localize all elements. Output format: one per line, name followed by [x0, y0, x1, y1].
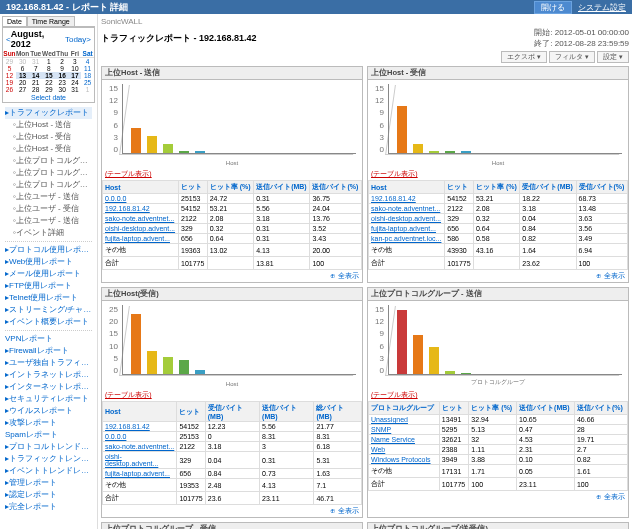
tree-item[interactable]: ◦上位Host - 受信: [5, 131, 92, 143]
host-cell[interactable]: kan-pc.adventnet.loc...: [369, 234, 445, 244]
col-header[interactable]: Host: [369, 181, 445, 194]
tree-item[interactable]: ▸メール使用レポート: [5, 268, 92, 280]
host-cell[interactable]: Web: [369, 445, 440, 455]
col-header[interactable]: ヒット率 (%): [207, 181, 253, 194]
cal-day[interactable]: 19: [3, 79, 16, 86]
col-header[interactable]: Host: [103, 402, 177, 422]
tree-item[interactable]: ▸攻撃レポート: [5, 417, 92, 429]
cal-day[interactable]: 5: [3, 65, 16, 72]
col-header[interactable]: 総バイト(MB): [314, 402, 362, 422]
host-cell[interactable]: oishi-desktop.advent...: [103, 224, 179, 234]
tree-item[interactable]: ▸FTP使用レポート: [5, 280, 92, 292]
open-button[interactable]: 開ける: [534, 1, 572, 14]
cal-day[interactable]: 20: [16, 79, 29, 86]
tree-item[interactable]: Spamレポート: [5, 429, 92, 441]
cal-day[interactable]: 15: [42, 72, 56, 79]
table-toggle-link[interactable]: (テーブル表示): [102, 389, 362, 401]
col-header[interactable]: 送信バイト(%): [310, 181, 362, 194]
table-toggle-link[interactable]: (テーブル表示): [368, 389, 628, 401]
tree-item[interactable]: ▸完全レポート: [5, 501, 92, 513]
tree-item[interactable]: ▸管理レポート: [5, 477, 92, 489]
cal-day[interactable]: 30: [16, 58, 29, 66]
toolbar-button[interactable]: エクスポ ▾: [501, 51, 547, 63]
cal-day[interactable]: 6: [16, 65, 29, 72]
host-cell[interactable]: Name Service: [369, 435, 440, 445]
tree-item[interactable]: ▸イントラネットレポート: [5, 369, 92, 381]
cal-day[interactable]: 9: [56, 65, 69, 72]
tree-item[interactable]: ◦上位ユーザ - 受信: [5, 203, 92, 215]
tab-date[interactable]: Date: [2, 16, 27, 26]
col-header[interactable]: 送信バイト(%): [574, 402, 627, 415]
select-date-link[interactable]: Select date: [3, 93, 94, 102]
cal-today[interactable]: Today: [65, 35, 86, 44]
col-header[interactable]: ヒット率 (%): [469, 402, 517, 415]
tree-item[interactable]: ▸プロトコル使用レポート: [5, 244, 92, 256]
cal-day[interactable]: 7: [29, 65, 42, 72]
toolbar-button[interactable]: 設定 ▾: [597, 51, 629, 63]
col-header[interactable]: ヒット: [179, 181, 208, 194]
host-cell[interactable]: fujita-laptop.advent...: [103, 469, 177, 479]
cal-day[interactable]: 2: [56, 58, 69, 66]
host-cell[interactable]: 192.168.81.42: [103, 422, 177, 432]
cal-day[interactable]: 29: [3, 58, 16, 66]
tree-item[interactable]: ▸イベントトレンドレポート: [5, 465, 92, 477]
tree-item[interactable]: ▸ストリーミング/チャットサイト レポート: [5, 304, 92, 316]
cal-day[interactable]: 14: [29, 72, 42, 79]
col-header[interactable]: 受信バイト(%): [576, 181, 628, 194]
col-header[interactable]: 送信バイト(MB): [254, 181, 310, 194]
toolbar-button[interactable]: フィルタ ▾: [549, 51, 595, 63]
col-header[interactable]: 受信バイト(MB): [520, 181, 576, 194]
show-all-link[interactable]: ⊕ 全表示: [102, 270, 362, 282]
tree-item[interactable]: ▸Web使用レポート: [5, 256, 92, 268]
cal-day[interactable]: 10: [69, 65, 82, 72]
host-cell[interactable]: oishi-desktop.advent...: [103, 452, 177, 469]
cal-day[interactable]: 8: [42, 65, 56, 72]
cal-day[interactable]: 21: [29, 79, 42, 86]
tree-item[interactable]: ◦上位Host - 送信: [5, 119, 92, 131]
host-cell[interactable]: 192.168.81.42: [369, 194, 445, 204]
cal-day[interactable]: 4: [81, 58, 94, 66]
host-cell[interactable]: SNMP: [369, 425, 440, 435]
col-header[interactable]: Host: [103, 181, 179, 194]
tree-item[interactable]: ▸ウイルスレポート: [5, 405, 92, 417]
table-toggle-link[interactable]: (テーブル表示): [368, 168, 628, 180]
cal-day[interactable]: 28: [29, 86, 42, 93]
tab-time-range[interactable]: Time Range: [27, 16, 75, 26]
tree-item[interactable]: ▸ユーザ独自トラフィックレポート: [5, 357, 92, 369]
tree-item[interactable]: ▸認定レポート: [5, 489, 92, 501]
host-cell[interactable]: Unassigned: [369, 415, 440, 425]
cal-day[interactable]: 1: [81, 86, 94, 93]
col-header[interactable]: ヒット率 (%): [473, 181, 519, 194]
cal-day[interactable]: 27: [16, 86, 29, 93]
tree-item[interactable]: ◦イベント詳細: [5, 227, 92, 239]
tree-item[interactable]: ◦上位プロトコルグループ(送信+): [5, 179, 92, 191]
col-header[interactable]: 送信バイト(MB): [260, 402, 314, 422]
show-all-link[interactable]: ⊕ 全表示: [368, 491, 628, 503]
host-cell[interactable]: 0.0.0.0: [103, 432, 177, 442]
col-header[interactable]: プロトコルグループ: [369, 402, 440, 415]
cal-day[interactable]: 22: [42, 79, 56, 86]
cal-day[interactable]: 23: [56, 79, 69, 86]
tree-item[interactable]: ▸イベント概要レポート: [5, 316, 92, 328]
col-header[interactable]: 受信バイト(MB): [205, 402, 259, 422]
tree-item[interactable]: ▸インターネットレポート: [5, 381, 92, 393]
host-cell[interactable]: sako-note.adventnet...: [369, 204, 445, 214]
host-cell[interactable]: 192.168.81.42: [103, 204, 179, 214]
cal-day[interactable]: 26: [3, 86, 16, 93]
cal-day[interactable]: 30: [56, 86, 69, 93]
host-cell[interactable]: oishi-desktop.advent...: [369, 214, 445, 224]
tree-item[interactable]: ◦上位ユーザ - 送信: [5, 215, 92, 227]
show-all-link[interactable]: ⊕ 全表示: [368, 270, 628, 282]
cal-day[interactable]: 3: [69, 58, 82, 66]
tree-item[interactable]: ◦上位ユーザ - 送信: [5, 191, 92, 203]
host-cell[interactable]: fujita-laptop.advent...: [103, 234, 179, 244]
cal-day[interactable]: 31: [69, 86, 82, 93]
tree-item[interactable]: ▸セキュリティレポート: [5, 393, 92, 405]
table-toggle-link[interactable]: (テーブル表示): [102, 168, 362, 180]
col-header[interactable]: 送信バイト(MB): [517, 402, 575, 415]
cal-day[interactable]: 12: [3, 72, 16, 79]
tree-item[interactable]: VPNレポート: [5, 333, 92, 345]
cal-day[interactable]: 25: [81, 79, 94, 86]
tree-item[interactable]: ▸Telnet使用レポート: [5, 292, 92, 304]
settings-link[interactable]: システム設定: [578, 2, 626, 13]
